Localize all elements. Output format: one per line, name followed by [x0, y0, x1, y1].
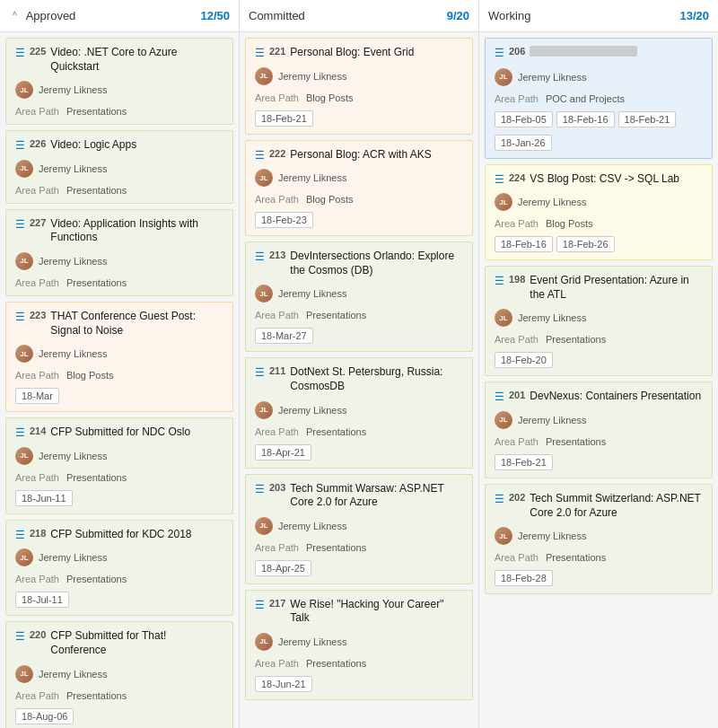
task-icon: ☰: [15, 311, 25, 323]
card[interactable]: ☰206JLJeremy LiknessArea PathPOC and Pro…: [485, 38, 713, 159]
card-title: THAT Conference Guest Post: Signal to No…: [50, 310, 223, 338]
card[interactable]: ☰201DevNexus: Containers PresentationJLJ…: [485, 382, 713, 478]
card-title-row: ☰198Event Grid Presentation: Azure in th…: [495, 274, 703, 302]
user-name: Jeremy Likness: [518, 415, 586, 425]
user-name: Jeremy Likness: [39, 451, 107, 461]
card[interactable]: ☰223THAT Conference Guest Post: Signal t…: [5, 302, 233, 412]
task-icon: ☰: [255, 599, 265, 611]
card-title-row: ☰211DotNext St. Petersburg, Russia: Cosm…: [255, 365, 463, 393]
card-title: CFP Submitted for NDC Oslo: [50, 425, 190, 440]
user-name: Jeremy Likness: [39, 552, 107, 563]
date-badges-row: 18-Jun-11: [15, 487, 223, 506]
card-title-row: ☰223THAT Conference Guest Post: Signal t…: [15, 310, 223, 338]
card[interactable]: ☰227Video: Application Insights with Fun…: [5, 209, 233, 296]
area-path-value: Presentations: [66, 106, 127, 117]
card-title: Personal Blog: ACR with AKS: [290, 148, 431, 162]
card-id: 211: [269, 365, 285, 376]
card-meta: Area PathPresentations: [15, 574, 223, 584]
card[interactable]: ☰222Personal Blog: ACR with AKSJLJeremy …: [245, 140, 473, 237]
card-id: 206: [509, 46, 525, 57]
date-badges-row: 18-Feb-1618-Feb-26: [495, 232, 703, 252]
area-path-label: Area Path: [15, 574, 59, 584]
card-title-row: ☰225Video: .NET Core to Azure Quickstart: [15, 46, 223, 74]
card[interactable]: ☰218CFP Submitted for KDC 2018JLJeremy L…: [5, 520, 233, 617]
card-id: 203: [269, 482, 285, 493]
kanban-board: ^Approved12/50☰225Video: .NET Core to Az…: [0, 0, 718, 728]
date-badge: 18-Feb-23: [255, 212, 313, 228]
card-title-row: ☰218CFP Submitted for KDC 2018: [15, 528, 223, 542]
card-meta: Area PathBlog Posts: [255, 194, 463, 205]
card-id: 223: [30, 310, 46, 320]
column-count: 9/20: [447, 9, 469, 22]
card-meta: Area PathPresentations: [15, 472, 223, 483]
avatar: JL: [495, 193, 512, 211]
area-path-value: Presentations: [66, 690, 127, 701]
date-badges-row: 18-Jul-11: [15, 588, 223, 608]
card-title-row: ☰217We Rise! "Hacking Your Career" Talk: [255, 598, 463, 626]
card[interactable]: ☰202Tech Summit Switzerland: ASP.NET Cor…: [485, 484, 713, 594]
card-meta: Area PathPresentations: [15, 185, 223, 196]
task-icon: ☰: [495, 47, 504, 59]
date-badges-row: 18-Feb-20: [495, 348, 703, 368]
date-badge: 18-Mar-27: [255, 328, 313, 344]
collapse-button[interactable]: ^: [9, 9, 21, 22]
card-meta: Area PathPresentations: [15, 690, 223, 701]
task-icon: ☰: [15, 47, 25, 59]
card-title: We Rise! "Hacking Your Career" Talk: [290, 598, 463, 626]
avatar: JL: [15, 160, 33, 178]
card[interactable]: ☰198Event Grid Presentation: Azure in th…: [485, 266, 713, 376]
avatar: JL: [255, 517, 273, 535]
date-badge: 18-Mar: [15, 388, 59, 404]
card[interactable]: ☰203Tech Summit Warsaw: ASP.NET Core 2.0…: [245, 474, 473, 584]
area-path-label: Area Path: [15, 370, 59, 381]
task-icon: ☰: [495, 390, 504, 403]
card-user-row: JLJeremy Likness: [255, 169, 463, 187]
area-path-value: Blog Posts: [66, 370, 114, 381]
card-title-row: ☰226Video: Logic Apps: [15, 138, 223, 153]
card[interactable]: ☰211DotNext St. Petersburg, Russia: Cosm…: [245, 357, 473, 468]
column-body: ☰221Personal Blog: Event GridJLJeremy Li…: [240, 32, 478, 728]
card-id: 224: [509, 172, 525, 183]
task-icon: ☰: [255, 366, 265, 379]
card-meta: Area PathPresentations: [15, 106, 223, 117]
card-title-row: ☰201DevNexus: Containers Presentation: [495, 390, 703, 404]
user-name: Jeremy Likness: [278, 71, 346, 82]
card-id: 213: [269, 250, 285, 260]
date-badge: 18-Apr-25: [255, 560, 311, 576]
user-name: Jeremy Likness: [518, 72, 586, 83]
date-badges-row: 18-Jun-21: [255, 672, 463, 692]
card[interactable]: ☰217We Rise! "Hacking Your Career" TalkJ…: [245, 590, 473, 700]
column-title: Approved: [26, 9, 76, 22]
user-name: Jeremy Likness: [278, 521, 346, 531]
card-meta: Area PathPOC and Projects: [495, 93, 703, 104]
user-name: Jeremy Likness: [518, 312, 586, 323]
avatar: JL: [15, 665, 33, 683]
date-badges-row: 18-Feb-28: [495, 566, 703, 586]
area-path-label: Area Path: [15, 185, 59, 196]
avatar: JL: [495, 309, 512, 327]
card[interactable]: ☰220CFP Submitted for That! ConferenceJL…: [5, 621, 233, 728]
card[interactable]: ☰221Personal Blog: Event GridJLJeremy Li…: [245, 38, 473, 135]
card-title: DevNexus: Containers Presentation: [530, 390, 701, 404]
card[interactable]: ☰225Video: .NET Core to Azure Quickstart…: [5, 38, 233, 125]
card[interactable]: ☰226Video: Logic AppsJLJeremy LiknessAre…: [5, 130, 233, 204]
card-id: 220: [30, 629, 46, 640]
card-user-row: JLJeremy Likness: [15, 252, 223, 270]
user-name: Jeremy Likness: [278, 172, 346, 183]
card-id: 221: [269, 46, 285, 57]
card[interactable]: ☰213DevIntersections Orlando: Explore th…: [245, 241, 473, 352]
area-path-value: Presentations: [66, 277, 127, 288]
card-id: 225: [30, 46, 46, 57]
column-header-left: ^Approved: [9, 9, 75, 22]
date-badge: 18-Feb-21: [618, 111, 677, 127]
date-badge: 18-Feb-20: [495, 352, 553, 368]
card-title: Event Grid Presentation: Azure in the AT…: [530, 274, 703, 302]
card-title-row: ☰220CFP Submitted for That! Conference: [15, 629, 223, 657]
card[interactable]: ☰224VS Blog Post: CSV -> SQL LabJLJeremy…: [485, 164, 713, 261]
area-path-label: Area Path: [255, 658, 299, 669]
card[interactable]: ☰214CFP Submitted for NDC OsloJLJeremy L…: [5, 417, 233, 514]
date-badges-row: 18-Feb-21: [255, 107, 463, 127]
card-id: 202: [509, 492, 525, 503]
card-id: 227: [30, 217, 46, 228]
date-badge: 18-Feb-21: [495, 454, 553, 470]
